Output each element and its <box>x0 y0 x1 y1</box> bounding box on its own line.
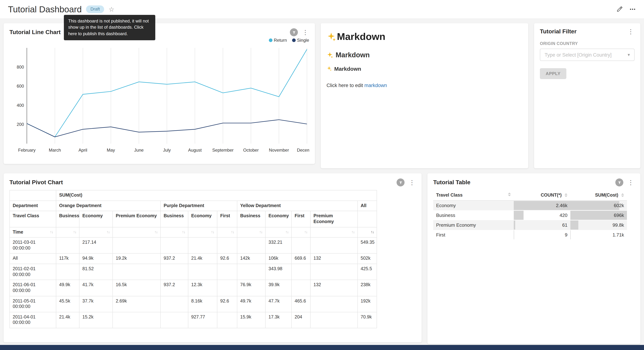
markdown-h2-text: Markdown <box>336 51 370 59</box>
legend-dot <box>269 38 272 42</box>
origin-country-select[interactable]: Type or Select [Origin Country] ▾ <box>540 48 634 61</box>
sum-cost-cell: 99.8k <box>570 220 627 230</box>
sum-cost-cell: 696k <box>570 210 627 220</box>
bottom-bar <box>0 345 644 350</box>
pivot-value-cell <box>310 296 358 312</box>
kebab-menu-icon[interactable]: ⋮ <box>627 179 634 186</box>
pivot-value-cell: 2.69k <box>113 296 160 312</box>
pivot-class-header[interactable]: Business <box>56 211 79 227</box>
sort-icon <box>508 192 511 196</box>
sort-icon[interactable]: ↑↓ <box>352 230 354 234</box>
sparkles-icon <box>326 66 332 72</box>
sort-icon[interactable]: ↑↓ <box>285 230 288 234</box>
table-row: Business420696k <box>433 210 627 220</box>
x-axis-label: August <box>188 148 202 152</box>
pivot-value-cell: 132 <box>310 280 358 296</box>
pivot-group-header[interactable]: Yellow Department <box>237 200 358 211</box>
legend-item-single[interactable]: Single <box>292 38 309 43</box>
sort-icon <box>564 193 568 197</box>
pivot-value-cell <box>237 238 266 254</box>
sort-icon[interactable]: ↑↓ <box>182 230 185 234</box>
pivot-class-header[interactable]: First <box>217 211 237 227</box>
pivot-sort-cell: ↑↓ <box>358 227 377 238</box>
column-header-sum-cost[interactable]: SUM(Cost) <box>570 190 627 200</box>
sort-icon[interactable]: ↑↓ <box>154 230 158 234</box>
markdown-edit-link[interactable]: markdown <box>364 83 387 88</box>
sort-icon[interactable]: ↑↓ <box>73 230 76 234</box>
pivot-value-cell <box>56 238 79 254</box>
pivot-class-header[interactable]: Business <box>237 211 266 227</box>
x-axis-label: April <box>78 148 87 152</box>
pivot-value-cell: 17.3k <box>266 312 292 328</box>
sort-icon-active[interactable]: ↑↓ <box>370 230 374 234</box>
pivot-class-header[interactable]: Economy <box>188 211 217 227</box>
legend-label: Return <box>274 38 287 43</box>
draft-badge[interactable]: Draft <box>86 5 104 13</box>
pivot-class-header[interactable]: Premium Economy <box>310 211 358 227</box>
legend-item-return[interactable]: Return <box>269 38 287 43</box>
column-header-travel-class[interactable]: Travel Class <box>433 190 514 200</box>
column-header-count[interactable]: COUNT(*) <box>514 190 570 200</box>
apply-button[interactable]: APPLY <box>540 68 566 79</box>
count-cell: 2.46k <box>514 200 570 210</box>
pivot-row-header: 2011-05-01 00:00:00 <box>10 296 56 312</box>
sum-cost-cell: 602k <box>570 200 627 210</box>
sort-icon[interactable]: ↑↓ <box>50 230 53 234</box>
column-header-label: Travel Class <box>436 192 462 198</box>
kebab-menu-icon[interactable]: ⋮ <box>408 179 416 186</box>
pivot-group-header[interactable]: Orange Department <box>56 200 160 211</box>
cell-value: 420 <box>514 210 570 220</box>
sort-icon[interactable]: ↑↓ <box>259 230 262 234</box>
edit-pencil-icon[interactable] <box>616 6 622 12</box>
pivot-row-header: 2011-03-01 00:00:00 <box>10 238 56 254</box>
kebab-menu-icon[interactable]: ⋮ <box>302 29 309 35</box>
pivot-value-cell: 92.6 <box>217 296 237 312</box>
publish-tooltip[interactable]: This dashboard is not published, it will… <box>64 15 155 40</box>
pivot-value-cell: 15.9k <box>237 312 266 328</box>
card-filter: Tutorial Filter ⋮ ORIGIN COUNTRY Type or… <box>534 23 640 168</box>
cell-value: 99.8k <box>570 220 627 230</box>
pivot-chart-title: Tutorial Pivot Chart <box>10 179 63 186</box>
applied-filter-icon[interactable] <box>615 178 623 186</box>
pivot-sort-cell: ↑↓ <box>292 227 310 238</box>
markdown-paragraph-text: Click here to edit <box>326 83 364 88</box>
pivot-value-cell <box>292 280 310 296</box>
filter-card-title: Tutorial Filter <box>540 28 576 35</box>
sort-icon[interactable]: ↑↓ <box>106 230 110 234</box>
y-axis-label: 600 <box>17 84 24 88</box>
travel-class-cell: Premium Economy <box>433 220 514 230</box>
pivot-value-cell: 76.9k <box>237 280 266 296</box>
pivot-group-header[interactable]: All <box>358 200 377 211</box>
pivot-class-header[interactable]: Economy <box>79 211 113 227</box>
pivot-row-header: 2011-04-01 00:00:00 <box>10 312 56 328</box>
pivot-class-header[interactable]: Economy <box>266 211 292 227</box>
count-cell: 9 <box>514 230 570 240</box>
pivot-class-header[interactable]: Business <box>160 211 188 227</box>
pivot-value-cell: 49.9k <box>56 280 79 296</box>
markdown-h2: Markdown <box>326 51 522 59</box>
pivot-value-cell: 37.7k <box>79 296 113 312</box>
kebab-menu-icon[interactable]: ⋮ <box>627 28 634 35</box>
cell-value: 696k <box>570 210 627 220</box>
sort-icon[interactable]: ↑↓ <box>211 230 214 234</box>
pivot-group-header[interactable]: Purple Department <box>160 200 237 211</box>
more-options-icon[interactable] <box>629 6 636 13</box>
pivot-value-cell: 332.21 <box>266 238 292 254</box>
pivot-class-header[interactable] <box>358 211 377 227</box>
x-axis-label: June <box>134 148 144 152</box>
sort-icon[interactable]: ↑↓ <box>231 230 234 234</box>
pivot-value-cell <box>310 238 358 254</box>
pivot-col-axis-label: Travel Class <box>10 211 56 227</box>
pivot-value-cell: 192k <box>358 296 377 312</box>
pivot-class-header[interactable]: First <box>292 211 310 227</box>
favorite-star-icon[interactable]: ☆ <box>108 5 114 13</box>
sum-cost-cell: 1.71k <box>570 230 627 240</box>
pivot-value-cell <box>310 264 358 280</box>
applied-filter-icon[interactable] <box>290 28 298 36</box>
pivot-value-cell: 70.9k <box>358 312 377 328</box>
sort-icon[interactable]: ↑↓ <box>304 230 307 234</box>
applied-filter-icon[interactable] <box>396 178 404 186</box>
pivot-class-header[interactable]: Premium Economy <box>113 211 160 227</box>
data-table: Travel Class COUNT(*) SUM(Cost) Economy2… <box>433 190 627 240</box>
pivot-value-cell <box>217 264 237 280</box>
